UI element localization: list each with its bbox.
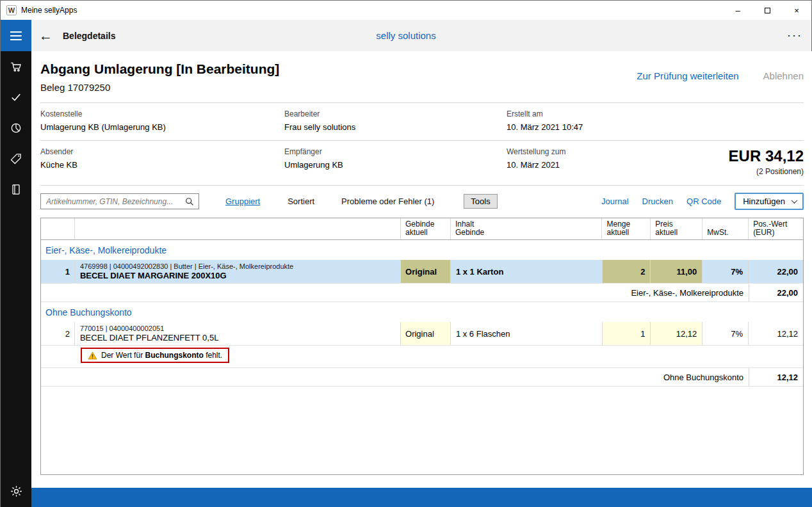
cell-mwst: 7% bbox=[702, 322, 749, 345]
maximize-button[interactable] bbox=[752, 1, 782, 20]
table-empty-area bbox=[41, 387, 803, 474]
maximize-icon bbox=[765, 8, 770, 13]
search-icon[interactable] bbox=[185, 197, 194, 206]
add-button[interactable]: Hinzufügen bbox=[735, 193, 804, 210]
forward-for-review-link[interactable]: Zur Prüfung weiterleiten bbox=[637, 70, 738, 81]
field-label: Bearbeiter bbox=[284, 109, 507, 118]
table-row-2[interactable]: 2 770015 | 04000400002051 BECEL DIAET PF… bbox=[41, 322, 803, 346]
sidebar-cart-button[interactable] bbox=[1, 51, 31, 82]
header-description bbox=[75, 218, 401, 239]
cell-preis[interactable]: 12,12 bbox=[651, 322, 702, 345]
subtotal-row-molkereiprodukte: Eier-, Käse-, Molkereiprodukte 22,00 bbox=[41, 284, 803, 302]
article-name: BECEL DIAET MARGARINE 200X10G bbox=[80, 271, 227, 280]
article-meta: 770015 | 04000400002051 bbox=[80, 325, 164, 332]
cell-gebinde[interactable]: Original bbox=[401, 322, 451, 345]
field-value: Umlagerung KB (Umlagerung KB) bbox=[40, 122, 284, 133]
cell-description: 4769998 | 04000492002830 | Butter | Eier… bbox=[75, 260, 401, 283]
back-button[interactable]: ← bbox=[39, 29, 53, 42]
cell-menge[interactable]: 1 bbox=[603, 322, 651, 345]
cell-preis[interactable]: 11,00 bbox=[651, 260, 702, 283]
tools-button[interactable]: Tools bbox=[464, 194, 497, 209]
warning-row: Der Wert für Buchungskonto fehlt. bbox=[41, 346, 803, 368]
print-link[interactable]: Drucken bbox=[642, 197, 673, 206]
divider bbox=[40, 185, 804, 186]
toolbar: Gruppiert Sortiert Probleme oder Fehler … bbox=[40, 193, 804, 210]
subtotal-row-ohne-buchungskonto: Ohne Buchungskonto 12,12 bbox=[41, 368, 803, 387]
article-meta: 4769998 | 04000492002830 | Butter | Eier… bbox=[80, 262, 293, 270]
price-tag-icon bbox=[10, 152, 22, 165]
cell-gebinde[interactable]: Original bbox=[401, 260, 451, 283]
field-label: Empfänger bbox=[284, 147, 507, 156]
field-label: Erstellt am bbox=[507, 109, 804, 118]
sidebar-settings-button[interactable] bbox=[1, 476, 31, 506]
validation-warning: Der Wert für Buchungskonto fehlt. bbox=[81, 348, 229, 363]
sidebar-check-button[interactable] bbox=[1, 82, 31, 113]
cell-mwst: 7% bbox=[702, 260, 749, 283]
journal-link[interactable]: Journal bbox=[601, 197, 629, 206]
header-wert: Pos.-Wert (EUR) bbox=[749, 218, 803, 239]
subtotal-label: Eier-, Käse-, Molkereiprodukte bbox=[41, 288, 749, 298]
chevron-down-icon bbox=[792, 197, 798, 204]
field-wertstellung: Wertstellung zum 10. März 2021 bbox=[507, 147, 692, 176]
page-title: Belegdetails bbox=[63, 31, 115, 41]
check-icon bbox=[10, 91, 22, 104]
field-label: Kostenstelle bbox=[40, 109, 284, 118]
more-options-button[interactable]: ··· bbox=[787, 29, 802, 42]
document-title: Abgang Umlagerung [In Bearbeitung] bbox=[40, 61, 279, 77]
cell-number: 1 bbox=[41, 260, 75, 283]
window-controls: – × bbox=[723, 1, 811, 20]
field-empfaenger: Empfänger Umlagerung KB bbox=[284, 147, 507, 176]
window-title: Meine sellyApps bbox=[21, 6, 77, 15]
problems-link[interactable]: Probleme oder Fehler (1) bbox=[341, 197, 434, 206]
cell-menge[interactable]: 2 bbox=[603, 260, 651, 283]
total-positions: (2 Positionen) bbox=[756, 167, 804, 176]
field-value: 10. März 2021 bbox=[507, 160, 692, 170]
pie-chart-icon bbox=[10, 122, 22, 134]
cart-icon bbox=[10, 60, 23, 74]
minimize-button[interactable]: – bbox=[723, 1, 752, 20]
search-box[interactable] bbox=[40, 193, 199, 209]
field-kostenstelle: Kostenstelle Umlagerung KB (Umlagerung K… bbox=[40, 109, 284, 133]
article-name: BECEL DIAET PFLANZENFETT 0,5L bbox=[80, 334, 219, 342]
field-label: Wertstellung zum bbox=[507, 147, 692, 156]
document-number: Beleg 17079250 bbox=[40, 82, 279, 93]
field-absender: Absender Küche KB bbox=[40, 147, 284, 176]
search-input[interactable] bbox=[46, 197, 185, 206]
header-number bbox=[41, 218, 75, 239]
hamburger-icon bbox=[10, 31, 22, 33]
subtotal-value: 12,12 bbox=[749, 368, 803, 386]
app-window: W Meine sellyApps – × ← Belegdetails sel… bbox=[0, 0, 812, 507]
sidebar-piechart-button[interactable] bbox=[1, 113, 31, 143]
sidebar-journal-button[interactable] bbox=[1, 174, 31, 205]
add-button-label: Hinzufügen bbox=[743, 197, 785, 206]
field-erstellt-am: Erstellt am 10. März 2021 10:47 bbox=[507, 109, 804, 133]
grouped-toggle[interactable]: Gruppiert bbox=[225, 197, 260, 206]
header-gebinde: Gebinde aktuell bbox=[401, 218, 451, 239]
qr-code-link[interactable]: QR Code bbox=[686, 197, 721, 206]
gear-icon bbox=[10, 485, 23, 498]
reject-link[interactable]: Ablehnen bbox=[763, 70, 804, 81]
sorted-toggle[interactable]: Sortiert bbox=[288, 197, 314, 206]
hamburger-menu-button[interactable] bbox=[1, 20, 31, 51]
header-preis: Preis aktuell bbox=[651, 218, 702, 239]
sidebar-pricetag-button[interactable] bbox=[1, 143, 31, 174]
document-header: Abgang Umlagerung [In Bearbeitung] Beleg… bbox=[40, 51, 804, 93]
subtotal-label: Ohne Buchungskonto bbox=[41, 373, 749, 382]
brand-label: selly solutions bbox=[376, 30, 435, 41]
field-value: Küche KB bbox=[40, 160, 284, 170]
total-amount: EUR 34,12 bbox=[729, 147, 804, 165]
table-header-row: Gebinde aktuell Inhalt Gebinde Menge akt… bbox=[41, 218, 803, 240]
app-icon: W bbox=[6, 5, 17, 15]
table-row-1[interactable]: 1 4769998 | 04000492002830 | Butter | Ei… bbox=[41, 260, 803, 284]
group-header-ohne-buchungskonto: Ohne Buchungskonto bbox=[41, 302, 803, 322]
cell-wert: 12,12 bbox=[749, 322, 803, 345]
app-header: ← Belegdetails selly solutions ··· bbox=[1, 20, 811, 51]
close-button[interactable]: × bbox=[782, 1, 811, 20]
field-value: Umlagerung KB bbox=[284, 160, 507, 170]
cell-wert: 22,00 bbox=[749, 260, 803, 283]
cell-number: 2 bbox=[41, 322, 75, 345]
field-bearbeiter: Bearbeiter Frau selly solutions bbox=[284, 109, 507, 133]
cell-inhalt: 1 x 1 Karton bbox=[451, 260, 603, 283]
header-menge: Menge aktuell bbox=[602, 218, 651, 239]
fields-row-1: Kostenstelle Umlagerung KB (Umlagerung K… bbox=[40, 103, 804, 140]
